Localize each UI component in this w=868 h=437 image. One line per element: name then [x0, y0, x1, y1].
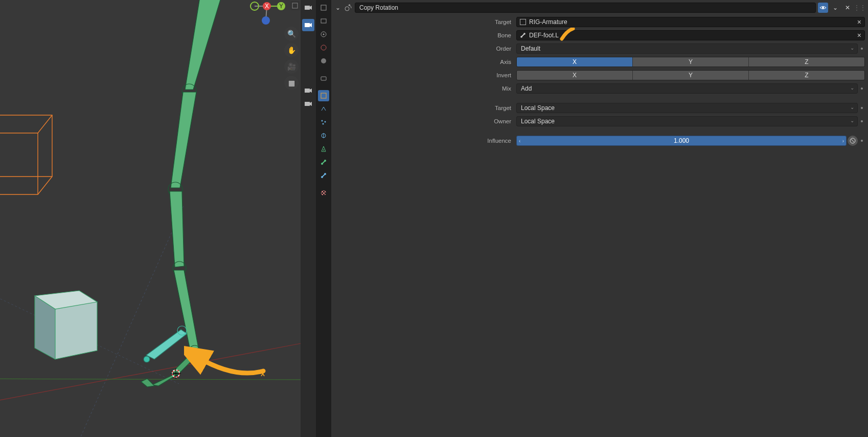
zoom-button[interactable]: 🔍	[284, 27, 299, 41]
tab-world[interactable]	[318, 55, 329, 67]
keyframe-dot[interactable]	[861, 88, 863, 90]
keyframe-dot[interactable]	[861, 140, 863, 142]
tab-render[interactable]	[318, 2, 329, 13]
camera-icon-2[interactable]	[302, 84, 314, 97]
keyframe-dot[interactable]	[861, 107, 863, 109]
tab-particles[interactable]	[318, 117, 329, 128]
svg-rect-41	[292, 3, 298, 8]
influence-slider[interactable]: 1.000	[516, 136, 847, 146]
tab-object[interactable]	[318, 90, 329, 101]
svg-marker-45	[310, 23, 312, 27]
camera-icon-3[interactable]	[302, 98, 314, 110]
svg-marker-24	[146, 330, 187, 359]
keyframe-dot[interactable]	[861, 48, 863, 50]
svg-rect-57	[321, 93, 326, 98]
label-bone: Bone	[334, 32, 513, 38]
target-space-dropdown[interactable]: Local Space	[516, 103, 858, 113]
viewport-corner-icon[interactable]	[290, 1, 300, 10]
svg-point-66	[321, 176, 323, 178]
camera-view-button[interactable]: 🎥	[284, 59, 299, 74]
svg-rect-50	[321, 5, 326, 10]
svg-rect-42	[305, 6, 310, 10]
invert-x-toggle[interactable]: X	[517, 71, 633, 80]
clear-target-button[interactable]: ×	[857, 18, 861, 26]
delete-constraint-button[interactable]: ✕	[842, 3, 853, 13]
chevron-down-icon[interactable]: ⌄	[334, 4, 341, 11]
tab-output[interactable]	[318, 15, 329, 27]
svg-marker-47	[310, 89, 312, 93]
invert-group: X Y Z	[516, 70, 865, 80]
svg-point-74	[520, 36, 522, 38]
svg-line-5	[38, 115, 52, 133]
svg-rect-44	[305, 23, 310, 27]
tab-object-data[interactable]	[318, 143, 329, 155]
axis-y-toggle[interactable]: Y	[633, 57, 749, 67]
label-invert: Invert	[334, 72, 513, 78]
svg-point-60	[323, 123, 324, 125]
svg-point-26	[144, 356, 150, 362]
viewport-scene	[0, 0, 301, 437]
driver-button[interactable]	[848, 136, 858, 146]
svg-marker-16	[170, 191, 184, 267]
svg-point-63	[323, 149, 324, 150]
label-mix: Mix	[334, 85, 513, 92]
viewport-toolbar	[301, 0, 316, 437]
label-influence: Influence	[334, 138, 513, 144]
svg-point-40	[262, 16, 270, 25]
svg-rect-46	[305, 89, 310, 93]
svg-point-53	[323, 34, 325, 35]
svg-text:Y: Y	[279, 3, 283, 10]
tab-viewlayer[interactable]	[318, 29, 329, 40]
svg-marker-23	[141, 379, 154, 387]
tab-physics[interactable]	[318, 130, 329, 141]
copy-rotation-icon	[344, 4, 353, 12]
tab-bone[interactable]	[318, 157, 329, 168]
svg-point-73	[822, 7, 824, 9]
label-target-space: Target	[334, 105, 513, 111]
axis-x-toggle[interactable]: X	[517, 57, 633, 67]
pan-button[interactable]: ✋	[284, 43, 299, 57]
constraint-name-field[interactable]: Copy Rotation	[355, 3, 816, 13]
bone-field[interactable]: DEF-foot.L ×	[516, 30, 865, 40]
tab-collection[interactable]	[318, 73, 329, 84]
camera-active-icon[interactable]	[302, 19, 314, 31]
target-field[interactable]: RIG-Armature ×	[516, 17, 865, 27]
mute-toggle[interactable]	[818, 3, 828, 13]
svg-rect-51	[321, 19, 326, 23]
mix-dropdown[interactable]: Add	[516, 83, 858, 94]
extras-chevron[interactable]: ⌄	[830, 3, 840, 13]
svg-point-65	[324, 160, 326, 162]
svg-rect-48	[305, 102, 310, 106]
tab-modifiers[interactable]	[318, 103, 329, 115]
svg-marker-49	[310, 102, 312, 106]
svg-marker-22	[152, 374, 179, 386]
annotation-mark	[560, 28, 575, 42]
label-target: Target	[334, 19, 513, 25]
tab-bone-constraint[interactable]	[318, 170, 329, 181]
perspective-toggle-button[interactable]: ▦	[284, 76, 299, 90]
order-dropdown[interactable]: Default	[516, 43, 858, 54]
svg-marker-72	[348, 4, 350, 6]
constraint-header: ⌄ Copy Rotation ⌄ ✕ ⋮⋮	[334, 2, 865, 14]
nav-gizmo[interactable]: X Y	[249, 0, 285, 26]
svg-line-6	[38, 177, 52, 194]
svg-line-77	[851, 139, 854, 142]
tab-material[interactable]	[318, 187, 329, 199]
target-value: RIG-Armature	[529, 18, 567, 26]
axis-z-toggle[interactable]: Z	[749, 57, 864, 67]
camera-icon[interactable]	[302, 2, 314, 14]
bone-icon	[520, 32, 526, 38]
keyframe-dot[interactable]	[861, 120, 863, 122]
axis-group: X Y Z	[516, 57, 865, 67]
owner-space-dropdown[interactable]: Local Space	[516, 116, 858, 126]
tab-scene[interactable]	[318, 42, 329, 53]
label-axis: Axis	[334, 59, 513, 65]
drag-handle-icon[interactable]: ⋮⋮	[855, 3, 865, 13]
viewport-3d[interactable]: X X Y 🔍 ✋ 🎥 ▦	[0, 0, 301, 437]
clear-bone-button[interactable]: ×	[857, 32, 861, 39]
svg-marker-12	[185, 0, 225, 90]
svg-point-58	[322, 120, 323, 122]
svg-marker-14	[171, 92, 196, 188]
invert-z-toggle[interactable]: Z	[749, 71, 864, 80]
invert-y-toggle[interactable]: Y	[633, 71, 749, 80]
